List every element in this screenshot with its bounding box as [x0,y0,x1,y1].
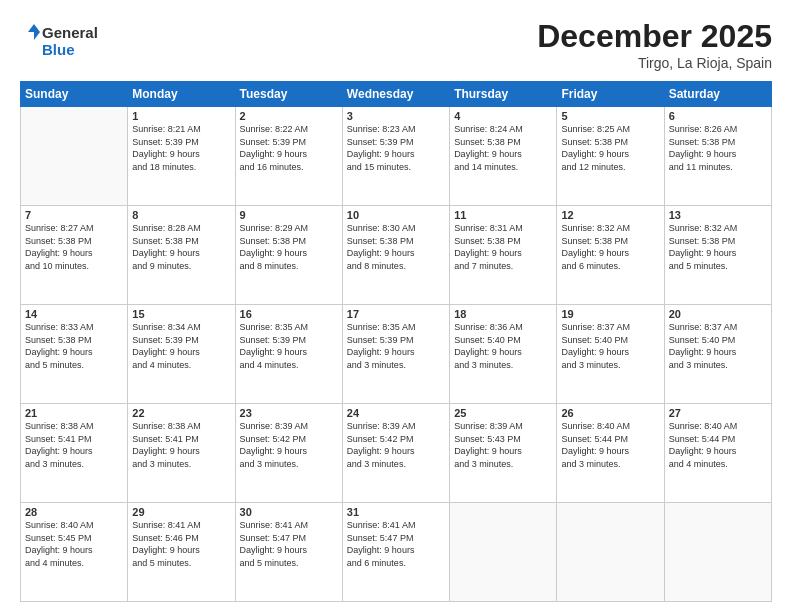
day-number: 20 [669,308,767,320]
day-info: Sunrise: 8:27 AM Sunset: 5:38 PM Dayligh… [25,222,123,272]
day-info: Sunrise: 8:23 AM Sunset: 5:39 PM Dayligh… [347,123,445,173]
calendar-week-row: 7Sunrise: 8:27 AM Sunset: 5:38 PM Daylig… [21,206,772,305]
day-info: Sunrise: 8:21 AM Sunset: 5:39 PM Dayligh… [132,123,230,173]
day-number: 28 [25,506,123,518]
weekday-header: Wednesday [342,82,449,107]
weekday-header: Tuesday [235,82,342,107]
day-number: 1 [132,110,230,122]
day-info: Sunrise: 8:29 AM Sunset: 5:38 PM Dayligh… [240,222,338,272]
calendar-week-row: 1Sunrise: 8:21 AM Sunset: 5:39 PM Daylig… [21,107,772,206]
day-info: Sunrise: 8:41 AM Sunset: 5:46 PM Dayligh… [132,519,230,569]
calendar-day-cell: 13Sunrise: 8:32 AM Sunset: 5:38 PM Dayli… [664,206,771,305]
logo: General Blue [20,18,100,62]
calendar-day-cell: 24Sunrise: 8:39 AM Sunset: 5:42 PM Dayli… [342,404,449,503]
calendar-day-cell: 27Sunrise: 8:40 AM Sunset: 5:44 PM Dayli… [664,404,771,503]
day-number: 2 [240,110,338,122]
calendar-day-cell: 21Sunrise: 8:38 AM Sunset: 5:41 PM Dayli… [21,404,128,503]
calendar-day-cell: 30Sunrise: 8:41 AM Sunset: 5:47 PM Dayli… [235,503,342,602]
day-info: Sunrise: 8:38 AM Sunset: 5:41 PM Dayligh… [25,420,123,470]
day-number: 3 [347,110,445,122]
day-info: Sunrise: 8:41 AM Sunset: 5:47 PM Dayligh… [240,519,338,569]
day-number: 12 [561,209,659,221]
calendar-day-cell: 16Sunrise: 8:35 AM Sunset: 5:39 PM Dayli… [235,305,342,404]
day-number: 19 [561,308,659,320]
weekday-header: Sunday [21,82,128,107]
calendar-day-cell: 18Sunrise: 8:36 AM Sunset: 5:40 PM Dayli… [450,305,557,404]
calendar-day-cell: 29Sunrise: 8:41 AM Sunset: 5:46 PM Dayli… [128,503,235,602]
day-number: 29 [132,506,230,518]
weekday-header: Thursday [450,82,557,107]
calendar-day-cell: 23Sunrise: 8:39 AM Sunset: 5:42 PM Dayli… [235,404,342,503]
location: Tirgo, La Rioja, Spain [537,55,772,71]
calendar-day-cell: 9Sunrise: 8:29 AM Sunset: 5:38 PM Daylig… [235,206,342,305]
page: General Blue December 2025 Tirgo, La Rio… [0,0,792,612]
day-info: Sunrise: 8:28 AM Sunset: 5:38 PM Dayligh… [132,222,230,272]
calendar-day-cell: 2Sunrise: 8:22 AM Sunset: 5:39 PM Daylig… [235,107,342,206]
svg-marker-2 [28,24,40,32]
calendar-day-cell: 4Sunrise: 8:24 AM Sunset: 5:38 PM Daylig… [450,107,557,206]
calendar-day-cell: 7Sunrise: 8:27 AM Sunset: 5:38 PM Daylig… [21,206,128,305]
day-number: 10 [347,209,445,221]
weekday-header: Friday [557,82,664,107]
day-info: Sunrise: 8:32 AM Sunset: 5:38 PM Dayligh… [561,222,659,272]
day-number: 7 [25,209,123,221]
calendar-day-cell: 28Sunrise: 8:40 AM Sunset: 5:45 PM Dayli… [21,503,128,602]
logo-icon: General Blue [20,18,100,62]
calendar-day-cell [21,107,128,206]
day-info: Sunrise: 8:33 AM Sunset: 5:38 PM Dayligh… [25,321,123,371]
weekday-header: Monday [128,82,235,107]
month-title: December 2025 [537,18,772,55]
day-number: 16 [240,308,338,320]
day-info: Sunrise: 8:37 AM Sunset: 5:40 PM Dayligh… [669,321,767,371]
day-info: Sunrise: 8:41 AM Sunset: 5:47 PM Dayligh… [347,519,445,569]
day-info: Sunrise: 8:35 AM Sunset: 5:39 PM Dayligh… [347,321,445,371]
calendar-day-cell [557,503,664,602]
day-info: Sunrise: 8:32 AM Sunset: 5:38 PM Dayligh… [669,222,767,272]
calendar-day-cell: 11Sunrise: 8:31 AM Sunset: 5:38 PM Dayli… [450,206,557,305]
day-number: 17 [347,308,445,320]
day-number: 13 [669,209,767,221]
day-info: Sunrise: 8:37 AM Sunset: 5:40 PM Dayligh… [561,321,659,371]
calendar-day-cell [450,503,557,602]
day-number: 24 [347,407,445,419]
calendar-day-cell: 14Sunrise: 8:33 AM Sunset: 5:38 PM Dayli… [21,305,128,404]
calendar-header-row: SundayMondayTuesdayWednesdayThursdayFrid… [21,82,772,107]
header: General Blue December 2025 Tirgo, La Rio… [20,18,772,71]
calendar-day-cell: 22Sunrise: 8:38 AM Sunset: 5:41 PM Dayli… [128,404,235,503]
day-number: 25 [454,407,552,419]
calendar-day-cell: 17Sunrise: 8:35 AM Sunset: 5:39 PM Dayli… [342,305,449,404]
day-number: 15 [132,308,230,320]
day-info: Sunrise: 8:30 AM Sunset: 5:38 PM Dayligh… [347,222,445,272]
day-number: 30 [240,506,338,518]
calendar-day-cell: 31Sunrise: 8:41 AM Sunset: 5:47 PM Dayli… [342,503,449,602]
calendar-day-cell: 1Sunrise: 8:21 AM Sunset: 5:39 PM Daylig… [128,107,235,206]
day-number: 21 [25,407,123,419]
calendar-day-cell: 15Sunrise: 8:34 AM Sunset: 5:39 PM Dayli… [128,305,235,404]
day-number: 26 [561,407,659,419]
calendar-day-cell: 20Sunrise: 8:37 AM Sunset: 5:40 PM Dayli… [664,305,771,404]
day-number: 11 [454,209,552,221]
calendar-week-row: 28Sunrise: 8:40 AM Sunset: 5:45 PM Dayli… [21,503,772,602]
calendar-day-cell: 19Sunrise: 8:37 AM Sunset: 5:40 PM Dayli… [557,305,664,404]
day-number: 4 [454,110,552,122]
svg-text:General: General [42,24,98,41]
day-info: Sunrise: 8:40 AM Sunset: 5:44 PM Dayligh… [561,420,659,470]
day-number: 5 [561,110,659,122]
day-info: Sunrise: 8:40 AM Sunset: 5:44 PM Dayligh… [669,420,767,470]
calendar-week-row: 14Sunrise: 8:33 AM Sunset: 5:38 PM Dayli… [21,305,772,404]
day-number: 6 [669,110,767,122]
day-number: 14 [25,308,123,320]
day-info: Sunrise: 8:36 AM Sunset: 5:40 PM Dayligh… [454,321,552,371]
day-number: 18 [454,308,552,320]
day-info: Sunrise: 8:31 AM Sunset: 5:38 PM Dayligh… [454,222,552,272]
day-number: 22 [132,407,230,419]
calendar-day-cell: 10Sunrise: 8:30 AM Sunset: 5:38 PM Dayli… [342,206,449,305]
day-info: Sunrise: 8:24 AM Sunset: 5:38 PM Dayligh… [454,123,552,173]
day-number: 8 [132,209,230,221]
weekday-header: Saturday [664,82,771,107]
day-info: Sunrise: 8:22 AM Sunset: 5:39 PM Dayligh… [240,123,338,173]
svg-marker-3 [34,32,40,40]
day-number: 31 [347,506,445,518]
svg-text:Blue: Blue [42,41,75,58]
day-number: 9 [240,209,338,221]
